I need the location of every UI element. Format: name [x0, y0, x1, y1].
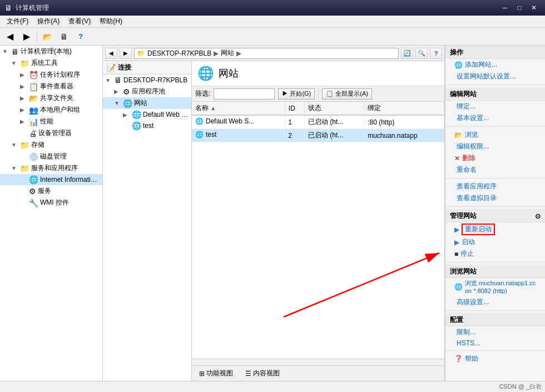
tree-task-scheduler[interactable]: ▶ ⏰ 任务计划程序 — [0, 69, 102, 81]
status-text: CSDN @ _白衣 — [499, 383, 542, 391]
action-restart[interactable]: ▶ 重新启动 — [445, 222, 545, 236]
shared-icon: 📂 — [29, 94, 38, 103]
back-button[interactable]: ◀ — [2, 29, 18, 44]
storage-icon: 📁 — [20, 141, 29, 150]
forward-button[interactable]: ▶ — [19, 29, 34, 44]
action-hsts[interactable]: HSTS... — [445, 338, 545, 348]
addr-refresh-button[interactable]: 🔄 — [401, 48, 413, 59]
filter-show-all-button[interactable]: 📋 全部显示(A) — [322, 88, 372, 100]
websites-table: 名称 ▲ ID 状态 绑定 🌐 Defaul — [192, 102, 444, 142]
sub-tree-test[interactable]: ▶ 🌐 test — [103, 120, 191, 131]
menu-file[interactable]: 文件(F) — [2, 16, 33, 27]
help-toolbar-button[interactable]: ? — [73, 29, 88, 44]
sub-tree-apppool-label: 应用程序池 — [132, 87, 165, 96]
tree-device-manager[interactable]: ▶ 🖨 设备管理器 — [0, 127, 102, 139]
functional-view-btn[interactable]: ⊞ 功能视图 — [195, 367, 237, 380]
page-title-icon: 🌐 — [197, 66, 214, 81]
action-view-vdirs-label: 查看虚拟目录 — [454, 193, 497, 203]
col-binding[interactable]: 绑定 — [364, 102, 444, 115]
add-conn-icon: 📝 — [106, 63, 116, 72]
content-view-btn[interactable]: ☰ 内容视图 — [241, 367, 284, 380]
breadcrumb-sep2: ▶ — [236, 49, 241, 57]
close-button[interactable]: ✕ — [527, 3, 541, 13]
section-sep — [445, 85, 545, 85]
action-limit[interactable]: 限制... — [445, 326, 545, 338]
tree-services-apps-label: 服务和应用程序 — [31, 163, 78, 173]
cell-name: 🌐 test — [192, 129, 285, 140]
maximize-button[interactable]: □ — [513, 3, 526, 13]
tree-shared-folders[interactable]: ▶ 📂 共享文件夹 — [0, 92, 102, 104]
expander-icon: ▼ — [2, 48, 11, 54]
tree-local-users[interactable]: ▶ 👥 本地用户和组 — [0, 104, 102, 116]
addr-forward-button[interactable]: ▶ — [120, 48, 132, 59]
filter-start-button[interactable]: ▶ 开始(G) — [278, 88, 315, 100]
table-row[interactable]: 🌐 Default Web S... 1 已启动 (ht... :80 (htt… — [192, 115, 444, 129]
tree-storage[interactable]: ▼ 📁 存储 — [0, 139, 102, 151]
device-icon: 🖨 — [29, 129, 37, 138]
sub-tree-desktop-label: DESKTOP-R7KPBLB — [123, 76, 187, 84]
minimize-button[interactable]: ─ — [498, 3, 512, 13]
collapse-icon[interactable]: ⊙ — [535, 212, 541, 220]
edit-website-title: 编辑网站 — [445, 87, 545, 101]
horizontal-scrollbar[interactable] — [192, 359, 444, 365]
expander-icon: ▶ — [20, 118, 29, 125]
filter-input[interactable] — [214, 88, 275, 100]
cell-name: 🌐 Default Web S... — [192, 116, 285, 127]
sub-tree-websites-label: 网站 — [134, 98, 147, 108]
action-add-website[interactable]: 🌐 添加网站... — [445, 59, 545, 71]
desktop-icon: 🖥 — [114, 76, 122, 85]
tree-disk-management[interactable]: ▶ 💿 磁盘管理 — [0, 151, 102, 162]
tree-iis[interactable]: ▶ 🌐 Internet Information S... — [0, 174, 102, 185]
action-edit-perms[interactable]: 编辑权限... — [445, 141, 545, 152]
action-advanced-settings-label: 高级设置... — [454, 297, 489, 307]
action-view-apps[interactable]: 查看应用程序 — [445, 181, 545, 192]
action-binding[interactable]: 绑定... — [445, 101, 545, 112]
breadcrumb-websites[interactable]: 网站 — [221, 48, 234, 58]
add-icon: 🌐 — [454, 61, 463, 69]
folder-button[interactable]: 📂 — [39, 29, 55, 44]
sub-tree-desktop[interactable]: ▼ 🖥 DESKTOP-R7KPBLB — [103, 75, 191, 86]
menu-view[interactable]: 查看(V) — [64, 16, 95, 27]
menu-action[interactable]: 操作(A) — [33, 16, 64, 27]
col-status[interactable]: 状态 — [304, 102, 364, 115]
expander-icon: ▼ — [114, 100, 123, 106]
action-rename-label: 重命名 — [454, 165, 477, 175]
addr-help-button[interactable]: ? — [430, 48, 442, 59]
menu-help[interactable]: 帮助(H) — [95, 16, 127, 27]
sub-tree-apppool[interactable]: ▶ ⚙ 应用程序池 — [103, 86, 191, 97]
content-view-label: 内容视图 — [253, 369, 280, 378]
action-browse-url[interactable]: 🌐 浏览 muchuan.natapp1.cc on *:8082 (http) — [445, 278, 545, 296]
monitor-button[interactable]: 🖥 — [56, 29, 72, 44]
action-stop-label: 停止 — [460, 249, 474, 259]
help-icon: ❓ — [454, 355, 463, 363]
breadcrumb-desktop[interactable]: DESKTOP-R7KPBLB — [147, 49, 211, 57]
col-id[interactable]: ID — [285, 102, 304, 115]
addr-back-button[interactable]: ◀ — [105, 48, 117, 59]
action-advanced-settings[interactable]: 高级设置... — [445, 296, 545, 308]
action-start[interactable]: ▶ 启动 — [445, 236, 545, 248]
tree-shared-folders-label: 共享文件夹 — [40, 93, 73, 103]
tree-root[interactable]: ▼ 🖥 计算机管理(本地) — [0, 46, 102, 57]
event-icon: 📋 — [29, 82, 38, 91]
sub-tree-websites[interactable]: ▼ 🌐 网站 — [103, 97, 191, 109]
action-help[interactable]: ❓ 帮助 — [445, 353, 545, 365]
action-rename[interactable]: 重命名 — [445, 164, 545, 176]
sub-tree-default-web[interactable]: ▶ 🌐 Default Web S... — [103, 109, 191, 120]
action-view-vdirs[interactable]: 查看虚拟目录 — [445, 192, 545, 204]
cell-binding: muchuan.natapp — [364, 129, 444, 142]
action-set-default[interactable]: 设置网站默认设置... — [445, 71, 545, 82]
table-row[interactable]: 🌐 test 2 已启动 (ht... muchuan.natapp — [192, 129, 444, 142]
action-basic-settings[interactable]: 基本设置... — [445, 112, 545, 124]
tree-system-tools[interactable]: ▼ 📁 系统工具 — [0, 57, 102, 69]
tree-services-apps[interactable]: ▼ 📁 服务和应用程序 — [0, 162, 102, 174]
tree-wmi[interactable]: ▶ 🔧 WMI 控件 — [0, 197, 102, 209]
status-bar: CSDN @ _白衣 — [0, 381, 545, 392]
action-delete[interactable]: ✕ 删除 — [445, 152, 545, 164]
tree-event-viewer[interactable]: ▶ 📋 事件查看器 — [0, 81, 102, 92]
tree-services[interactable]: ▶ ⚙ 服务 — [0, 185, 102, 197]
addr-search-button[interactable]: 🔍 — [415, 48, 428, 59]
tree-performance[interactable]: ▶ 📊 性能 — [0, 116, 102, 127]
col-name[interactable]: 名称 ▲ — [192, 102, 285, 115]
action-stop[interactable]: ■ 停止 — [445, 248, 545, 260]
action-browse[interactable]: 📂 浏览 — [445, 129, 545, 141]
